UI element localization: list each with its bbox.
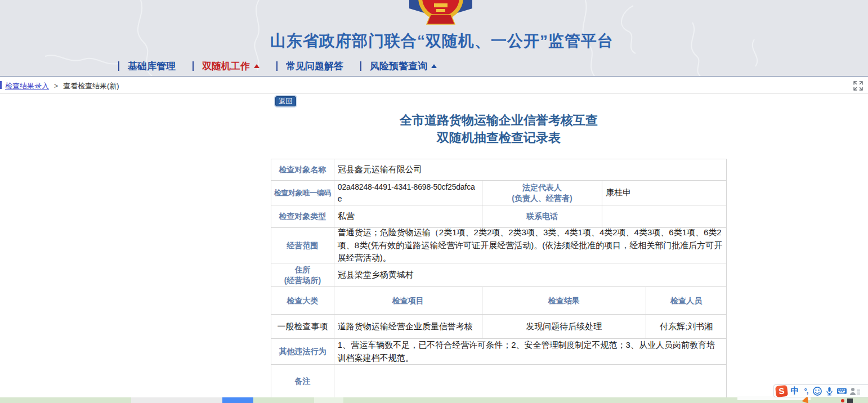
microphone-icon	[825, 386, 834, 396]
back-button[interactable]: 返回	[275, 96, 296, 106]
legal-rep-label: 法定代表人 (负责人、经营者)	[482, 181, 603, 205]
general-check-label: 一般检查事项	[271, 315, 334, 339]
check-staff-header: 检查人员	[646, 287, 727, 315]
row-other-violation: 其他违法行为 1、营运车辆数不足，已不符合经营许可条件；2、安全管理制度制定不规…	[271, 339, 727, 365]
nav-item-base-library[interactable]: 基础库管理	[118, 60, 176, 73]
nav-item-double-random-work[interactable]: 双随机工作	[193, 60, 259, 73]
nav-separator	[118, 61, 119, 71]
general-check-staff-value: 付东辉;刘书湘	[646, 315, 727, 339]
row-check-headers: 检查大类 检查项目 检查结果 检查人员	[271, 287, 727, 315]
row-object-type: 检查对象类型 私营 联系电话	[271, 205, 727, 228]
object-type-value: 私营	[334, 205, 482, 228]
row-object-name: 检查对象名称 冠县鑫元运输有限公司	[271, 159, 727, 181]
row-unique-code: 检查对象唯一编码 02a48248-4491-4341-8698-50cf25d…	[271, 181, 727, 205]
nav-item-label: 风险预警查询	[370, 60, 427, 73]
row-address: 住所 (经营场所) 冠县梁堂乡杨黄城村	[271, 263, 727, 287]
nav-item-risk-warning-query[interactable]: 风险预警查询	[360, 60, 437, 73]
punctuation-mode-toggle[interactable]: °,	[802, 387, 810, 395]
chinese-mode-toggle[interactable]: 中	[790, 386, 800, 396]
other-violation-text: 1、营运车辆数不足，已不符合经营许可条件；2、安全管理制度制定不规范；3、从业人…	[338, 339, 723, 364]
chevron-up-icon	[431, 64, 437, 68]
keyboard-icon	[836, 386, 847, 396]
general-check-item-value: 道路货物运输经营企业质量信誉考核	[334, 315, 482, 339]
legal-rep-label-line2: (负责人、经营者)	[512, 193, 572, 204]
remark-value	[334, 365, 727, 398]
page-title-line1: 全市道路货物运输企业信誉考核互查	[271, 111, 727, 129]
other-violation-label: 其他违法行为	[271, 339, 334, 365]
nav-separator	[193, 61, 194, 71]
scrollbar-thumb[interactable]	[222, 397, 253, 403]
breadcrumb-separator: >	[54, 82, 58, 90]
check-item-header: 检查项目	[334, 287, 482, 315]
object-name-value: 冠县鑫元运输有限公司	[334, 159, 727, 181]
smiley-icon	[812, 386, 822, 396]
object-type-label: 检查对象类型	[271, 205, 334, 228]
check-result-header: 检查结果	[482, 287, 647, 315]
address-label: 住所 (经营场所)	[271, 263, 334, 287]
nav-item-label: 双随机工作	[202, 60, 250, 73]
address-label-line1: 住所	[294, 265, 310, 275]
legal-rep-value: 康桂申	[602, 181, 727, 205]
object-name-label: 检查对象名称	[271, 159, 334, 181]
soft-keyboard-button[interactable]	[836, 386, 847, 396]
row-business-scope: 经营范围 普通货运；危险货物运输（2类1项、2类2项、2类3项、3类、4类1项、…	[271, 228, 727, 263]
breadcrumb: 检查结果录入 > 查看检查结果(新)	[0, 78, 868, 94]
page-title-line2: 双随机抽查检查记录表	[271, 129, 727, 146]
contact-phone-value	[602, 205, 727, 228]
fullscreen-icon[interactable]	[853, 81, 863, 91]
nav-separator	[360, 61, 361, 71]
red-dot-indicator	[841, 399, 844, 402]
nav-item-faq[interactable]: 常见问题解答	[276, 60, 343, 73]
input-method-toolbar: S 中 °,	[773, 384, 868, 397]
business-scope-text: 普通货运；危险货物运输（2类1项、2类2项、2类3项、3类、4类1项、4类2项、…	[338, 226, 723, 265]
main-nav: 基础库管理 双随机工作 常见问题解答 风险预警查询	[118, 59, 454, 73]
breadcrumb-link-check-result-entry[interactable]: 检查结果录入	[5, 81, 49, 91]
dark-tick-decoration	[847, 398, 853, 403]
voice-input-button[interactable]	[825, 386, 834, 396]
site-header: 山东省政府部门联合“双随机、一公开”监管平台 基础库管理 双随机工作 常见问题解…	[0, 0, 868, 77]
unique-code-label: 检查对象唯一编码	[271, 181, 334, 205]
unique-code-text: 02a48248-4491-4341-8698-50cf25dafcae	[338, 181, 478, 204]
breadcrumb-current: 查看检查结果(新)	[63, 81, 119, 91]
nav-separator	[276, 61, 278, 71]
address-label-line2: (经营场所)	[284, 275, 321, 286]
unique-code-value: 02a48248-4491-4341-8698-50cf25dafcae	[334, 181, 482, 205]
row-remark: 备注	[271, 365, 727, 398]
other-violation-value: 1、营运车辆数不足，已不符合经营许可条件；2、安全管理制度制定不规范；3、从业人…	[334, 339, 727, 365]
legal-rep-label-line1: 法定代表人	[522, 182, 562, 193]
platform-title: 山东省政府部门联合“双随机、一公开”监管平台	[0, 30, 868, 52]
nav-item-label: 基础库管理	[128, 60, 176, 73]
remark-label: 备注	[271, 365, 334, 398]
strip-pale-patch	[314, 397, 343, 403]
bottom-strip	[0, 397, 868, 403]
address-value: 冠县梁堂乡杨黄城村	[334, 263, 727, 287]
row-general-check: 一般检查事项 道路货物运输经营企业质量信誉考核 发现问题待后续处理 付东辉;刘书…	[271, 315, 727, 339]
business-scope-value: 普通货运；危险货物运输（2类1项、2类2项、2类3项、3类、4类1项、4类2项、…	[334, 228, 727, 263]
breadcrumb-accent	[0, 81, 2, 89]
person-settings-icon	[849, 386, 861, 396]
ime-settings-button[interactable]	[849, 386, 861, 396]
chevron-up-icon	[254, 64, 259, 68]
general-check-result-value: 发现问题待后续处理	[482, 315, 647, 339]
horizontal-scrollbar-track[interactable]	[131, 397, 253, 403]
business-scope-label: 经营范围	[271, 228, 334, 263]
inspection-record-table: 检查对象名称 冠县鑫元运输有限公司 检查对象唯一编码 02a48248-4491…	[271, 159, 727, 398]
contact-phone-label: 联系电话	[482, 205, 603, 228]
emoji-button[interactable]	[812, 386, 822, 396]
nav-item-label: 常见问题解答	[286, 60, 343, 73]
check-category-header: 检查大类	[271, 287, 334, 315]
national-emblem	[407, 0, 475, 25]
page-title: 全市道路货物运输企业信誉考核互查 双随机抽查检查记录表	[271, 111, 727, 146]
sogou-logo[interactable]: S	[775, 384, 788, 397]
